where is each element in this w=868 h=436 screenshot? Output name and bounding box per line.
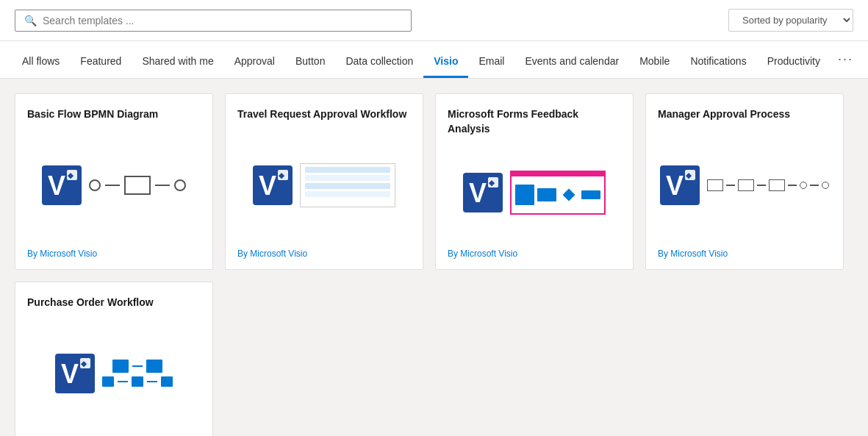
tab-email[interactable]: Email [468, 45, 514, 78]
card-author: By Microsoft Visio [658, 249, 831, 259]
tab-featured[interactable]: Featured [70, 45, 132, 78]
cards-grid: Basic Flow BPMN Diagram V ◆ B [15, 93, 853, 436]
manager-diagram [707, 179, 829, 191]
tab-approval[interactable]: Approval [224, 45, 285, 78]
tab-all-flows[interactable]: All flows [12, 45, 70, 78]
more-tabs-button[interactable]: ··· [831, 41, 861, 78]
card-title: Basic Flow BPMN Diagram [27, 107, 201, 122]
travel-diagram [300, 163, 395, 207]
svg-text:◆: ◆ [278, 171, 285, 179]
card-title: Purchase Order Workflow [27, 296, 201, 310]
svg-text:◆: ◆ [488, 179, 495, 187]
card-author: By Microsoft Visio [448, 249, 621, 259]
search-wrapper[interactable]: 🔍 [15, 10, 412, 32]
tab-events-and-calendar[interactable]: Events and calendar [514, 45, 629, 78]
po-diagram [102, 360, 173, 387]
top-bar: 🔍 Sorted by popularity Sorted by name So… [0, 0, 868, 41]
card-preview: V ◆ [27, 321, 201, 426]
svg-text:V: V [666, 171, 684, 201]
svg-text:V: V [259, 171, 276, 201]
svg-text:◆: ◆ [685, 171, 692, 179]
template-card-basic-flow-bpmn[interactable]: Basic Flow BPMN Diagram V ◆ B [15, 93, 213, 270]
visio-icon: V ◆ [253, 165, 293, 205]
card-preview: V ◆ [448, 146, 621, 238]
visio-icon: V ◆ [55, 354, 95, 393]
template-card-microsoft-forms[interactable]: Microsoft Forms Feedback Analysis V ◆ By… [435, 93, 634, 270]
template-card-travel-request[interactable]: Travel Request Approval Workflow V ◆ By … [225, 93, 423, 270]
visio-icon: V ◆ [660, 165, 700, 205]
template-card-purchase-order[interactable]: Purchase Order Workflow V ◆ [15, 282, 213, 436]
svg-text:V: V [61, 359, 79, 389]
tab-data-collection[interactable]: Data collection [335, 45, 423, 78]
tab-notifications[interactable]: Notifications [680, 45, 756, 78]
card-title: Microsoft Forms Feedback Analysis [448, 107, 621, 136]
bpmn-diagram [89, 176, 186, 195]
svg-text:V: V [48, 171, 65, 201]
svg-text:V: V [469, 178, 487, 208]
visio-icon: V ◆ [463, 173, 503, 212]
visio-icon: V ◆ [42, 165, 82, 205]
sort-dropdown[interactable]: Sorted by popularity Sorted by name Sort… [728, 9, 853, 32]
tab-productivity[interactable]: Productivity [757, 45, 831, 78]
search-input[interactable] [43, 15, 402, 26]
card-preview: V ◆ [27, 132, 201, 238]
forms-diagram [510, 171, 606, 215]
template-card-manager-approval[interactable]: Manager Approval Process V ◆ [645, 93, 844, 270]
tab-mobile[interactable]: Mobile [629, 45, 680, 78]
tab-shared-with-me[interactable]: Shared with me [132, 45, 223, 78]
card-author: By Microsoft Visio [237, 249, 411, 259]
svg-text:◆: ◆ [67, 171, 74, 179]
nav-tabs: All flows Featured Shared with me Approv… [0, 41, 868, 79]
content-area: Basic Flow BPMN Diagram V ◆ B [0, 79, 868, 436]
search-icon: 🔍 [24, 15, 37, 26]
card-preview: V ◆ [658, 132, 831, 238]
card-author: By Microsoft Visio [27, 249, 201, 259]
card-preview: V ◆ [237, 132, 411, 238]
tab-button[interactable]: Button [285, 45, 335, 78]
card-title: Manager Approval Process [658, 107, 831, 122]
svg-text:◆: ◆ [80, 360, 87, 368]
tab-visio[interactable]: Visio [423, 45, 468, 78]
card-title: Travel Request Approval Workflow [237, 107, 411, 122]
